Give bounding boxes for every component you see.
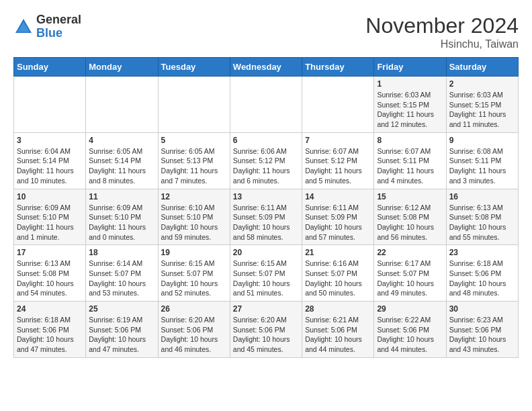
calendar-week-5: 24Sunrise: 6:18 AM Sunset: 5:06 PM Dayli…: [14, 302, 519, 358]
calendar-cell: [230, 77, 302, 133]
weekday-header-friday: Friday: [374, 58, 446, 77]
day-info: Sunrise: 6:11 AM Sunset: 5:09 PM Dayligh…: [305, 203, 371, 242]
day-number: 19: [161, 248, 227, 257]
day-number: 11: [89, 192, 154, 201]
day-info: Sunrise: 6:03 AM Sunset: 5:15 PM Dayligh…: [449, 90, 515, 130]
day-info: Sunrise: 6:23 AM Sunset: 5:06 PM Dayligh…: [449, 315, 515, 355]
calendar-cell: 2Sunrise: 6:03 AM Sunset: 5:15 PM Daylig…: [446, 77, 518, 133]
calendar-cell: 28Sunrise: 6:21 AM Sunset: 5:06 PM Dayli…: [302, 302, 374, 358]
day-number: 29: [377, 304, 443, 314]
day-number: 14: [305, 192, 371, 201]
logo: General Blue: [13, 13, 81, 40]
weekday-header-row: SundayMondayTuesdayWednesdayThursdayFrid…: [14, 58, 519, 77]
day-info: Sunrise: 6:06 AM Sunset: 5:12 PM Dayligh…: [233, 146, 299, 186]
logo-line2: Blue: [36, 27, 81, 40]
day-number: 10: [17, 192, 83, 201]
calendar-cell: 20Sunrise: 6:15 AM Sunset: 5:07 PM Dayli…: [230, 245, 302, 302]
page-header: General Blue November 2024 Hsinchu, Taiw…: [13, 13, 519, 50]
day-number: 18: [89, 248, 154, 257]
calendar-cell: 27Sunrise: 6:20 AM Sunset: 5:06 PM Dayli…: [230, 302, 302, 358]
calendar-week-4: 17Sunrise: 6:13 AM Sunset: 5:08 PM Dayli…: [14, 245, 519, 302]
day-number: 2: [449, 79, 515, 89]
calendar-cell: 18Sunrise: 6:14 AM Sunset: 5:07 PM Dayli…: [86, 245, 158, 302]
day-number: 17: [17, 248, 83, 257]
day-info: Sunrise: 6:18 AM Sunset: 5:06 PM Dayligh…: [449, 259, 515, 298]
day-number: 30: [449, 304, 515, 314]
day-info: Sunrise: 6:18 AM Sunset: 5:06 PM Dayligh…: [17, 315, 83, 355]
day-number: 24: [17, 304, 83, 314]
logo-line1: General: [36, 13, 81, 27]
day-number: 4: [89, 136, 154, 145]
day-info: Sunrise: 6:22 AM Sunset: 5:06 PM Dayligh…: [377, 315, 443, 355]
title-block: November 2024 Hsinchu, Taiwan: [365, 13, 519, 50]
calendar-cell: 26Sunrise: 6:20 AM Sunset: 5:06 PM Dayli…: [158, 302, 230, 358]
calendar-cell: 22Sunrise: 6:17 AM Sunset: 5:07 PM Dayli…: [374, 245, 446, 302]
calendar-cell: 19Sunrise: 6:15 AM Sunset: 5:07 PM Dayli…: [158, 245, 230, 302]
day-number: 1: [377, 79, 443, 89]
day-number: 16: [449, 192, 515, 201]
calendar-cell: [302, 77, 374, 133]
day-info: Sunrise: 6:15 AM Sunset: 5:07 PM Dayligh…: [161, 259, 227, 298]
calendar-cell: 8Sunrise: 6:07 AM Sunset: 5:11 PM Daylig…: [374, 132, 446, 189]
day-info: Sunrise: 6:13 AM Sunset: 5:08 PM Dayligh…: [449, 203, 515, 242]
calendar-week-1: 1Sunrise: 6:03 AM Sunset: 5:15 PM Daylig…: [14, 77, 519, 133]
calendar-cell: 10Sunrise: 6:09 AM Sunset: 5:10 PM Dayli…: [14, 189, 86, 245]
day-number: 21: [305, 248, 371, 257]
weekday-header-thursday: Thursday: [302, 58, 374, 77]
day-number: 9: [449, 136, 515, 145]
day-info: Sunrise: 6:03 AM Sunset: 5:15 PM Dayligh…: [377, 90, 443, 130]
weekday-header-monday: Monday: [86, 58, 158, 77]
day-info: Sunrise: 6:17 AM Sunset: 5:07 PM Dayligh…: [377, 259, 443, 298]
calendar-cell: 12Sunrise: 6:10 AM Sunset: 5:10 PM Dayli…: [158, 189, 230, 245]
calendar-header: SundayMondayTuesdayWednesdayThursdayFrid…: [14, 58, 519, 77]
calendar-cell: 13Sunrise: 6:11 AM Sunset: 5:09 PM Dayli…: [230, 189, 302, 245]
day-info: Sunrise: 6:08 AM Sunset: 5:11 PM Dayligh…: [449, 146, 515, 186]
day-number: 13: [233, 192, 299, 201]
calendar-cell: 6Sunrise: 6:06 AM Sunset: 5:12 PM Daylig…: [230, 132, 302, 189]
day-info: Sunrise: 6:05 AM Sunset: 5:13 PM Dayligh…: [161, 146, 227, 186]
month-title: November 2024: [365, 13, 519, 38]
weekday-header-wednesday: Wednesday: [230, 58, 302, 77]
calendar-cell: 14Sunrise: 6:11 AM Sunset: 5:09 PM Dayli…: [302, 189, 374, 245]
day-info: Sunrise: 6:05 AM Sunset: 5:14 PM Dayligh…: [89, 146, 154, 186]
day-info: Sunrise: 6:20 AM Sunset: 5:06 PM Dayligh…: [161, 315, 227, 355]
day-number: 7: [305, 136, 371, 145]
day-number: 22: [377, 248, 443, 257]
calendar-cell: 3Sunrise: 6:04 AM Sunset: 5:14 PM Daylig…: [14, 132, 86, 189]
day-number: 20: [233, 248, 299, 257]
calendar-body: 1Sunrise: 6:03 AM Sunset: 5:15 PM Daylig…: [14, 77, 519, 358]
calendar-cell: 23Sunrise: 6:18 AM Sunset: 5:06 PM Dayli…: [446, 245, 518, 302]
day-info: Sunrise: 6:09 AM Sunset: 5:10 PM Dayligh…: [17, 203, 83, 242]
day-info: Sunrise: 6:15 AM Sunset: 5:07 PM Dayligh…: [233, 259, 299, 298]
weekday-header-saturday: Saturday: [446, 58, 518, 77]
weekday-header-tuesday: Tuesday: [158, 58, 230, 77]
calendar-cell: 15Sunrise: 6:12 AM Sunset: 5:08 PM Dayli…: [374, 189, 446, 245]
day-number: 23: [449, 248, 515, 257]
day-number: 26: [161, 304, 227, 314]
day-info: Sunrise: 6:12 AM Sunset: 5:08 PM Dayligh…: [377, 203, 443, 242]
calendar-cell: [14, 77, 86, 133]
day-info: Sunrise: 6:19 AM Sunset: 5:06 PM Dayligh…: [89, 315, 154, 355]
day-info: Sunrise: 6:07 AM Sunset: 5:12 PM Dayligh…: [305, 146, 371, 186]
logo-text: General Blue: [36, 13, 81, 40]
day-number: 8: [377, 136, 443, 145]
day-info: Sunrise: 6:13 AM Sunset: 5:08 PM Dayligh…: [17, 259, 83, 298]
calendar-cell: 25Sunrise: 6:19 AM Sunset: 5:06 PM Dayli…: [86, 302, 158, 358]
calendar-cell: 17Sunrise: 6:13 AM Sunset: 5:08 PM Dayli…: [14, 245, 86, 302]
day-number: 25: [89, 304, 154, 314]
calendar-cell: 5Sunrise: 6:05 AM Sunset: 5:13 PM Daylig…: [158, 132, 230, 189]
logo-icon: [13, 17, 34, 37]
day-info: Sunrise: 6:11 AM Sunset: 5:09 PM Dayligh…: [233, 203, 299, 242]
day-number: 28: [305, 304, 371, 314]
calendar-cell: 30Sunrise: 6:23 AM Sunset: 5:06 PM Dayli…: [446, 302, 518, 358]
day-info: Sunrise: 6:07 AM Sunset: 5:11 PM Dayligh…: [377, 146, 443, 186]
calendar-cell: 24Sunrise: 6:18 AM Sunset: 5:06 PM Dayli…: [14, 302, 86, 358]
day-number: 3: [17, 136, 83, 145]
calendar-cell: 21Sunrise: 6:16 AM Sunset: 5:07 PM Dayli…: [302, 245, 374, 302]
calendar-cell: [158, 77, 230, 133]
calendar-week-2: 3Sunrise: 6:04 AM Sunset: 5:14 PM Daylig…: [14, 132, 519, 189]
day-info: Sunrise: 6:10 AM Sunset: 5:10 PM Dayligh…: [161, 203, 227, 242]
day-info: Sunrise: 6:20 AM Sunset: 5:06 PM Dayligh…: [233, 315, 299, 355]
calendar-week-3: 10Sunrise: 6:09 AM Sunset: 5:10 PM Dayli…: [14, 189, 519, 245]
day-number: 6: [233, 136, 299, 145]
